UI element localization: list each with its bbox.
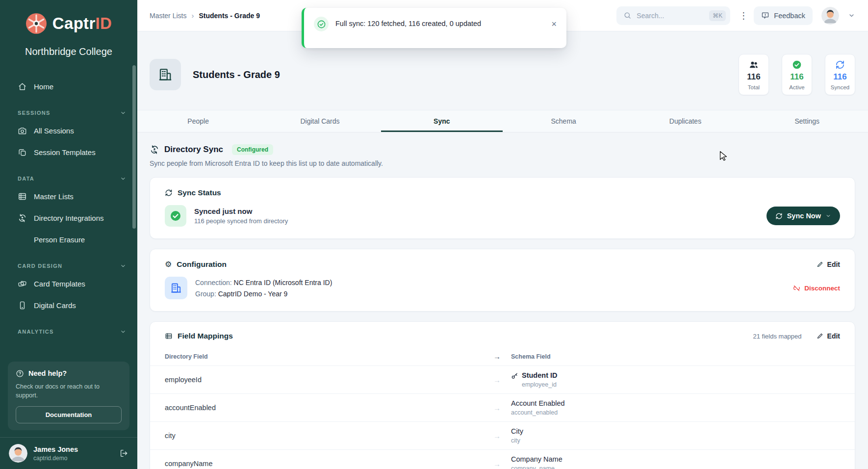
stat-card-total: 116 Total xyxy=(739,54,769,95)
more-menu-button[interactable]: ⋮ xyxy=(739,11,745,20)
sidebar-section-data[interactable]: DATA xyxy=(18,175,127,182)
documentation-button[interactable]: Documentation xyxy=(16,406,122,423)
disconnect-button[interactable]: Disconnect xyxy=(793,285,840,292)
chevron-down-icon xyxy=(120,328,127,335)
sync-status-row: Synced just now 116 people synced from d… xyxy=(150,197,855,238)
tab-bar: People Digital Cards Sync Schema Duplica… xyxy=(137,110,868,132)
arrow-right-icon: → xyxy=(493,460,511,468)
tab-schema[interactable]: Schema xyxy=(503,110,624,132)
directory-sync-header: Directory Sync Configured xyxy=(150,144,855,155)
sync-icon xyxy=(835,60,845,70)
sync-status-head: Sync Status xyxy=(150,178,855,197)
breadcrumb-current: Students - Grade 9 xyxy=(199,12,259,20)
sidebar-item-master-lists[interactable]: Master Lists xyxy=(12,186,130,207)
camera-icon xyxy=(18,126,27,135)
field-mappings-edit-button[interactable]: Edit xyxy=(817,332,840,340)
schema-field-key: employee_id xyxy=(522,381,558,388)
search-input[interactable]: Search... ⌘K xyxy=(616,6,730,25)
sidebar-scrollbar[interactable] xyxy=(132,65,136,229)
sidebar-nav: Home SESSIONS All Sessions Session Templ… xyxy=(0,57,137,359)
feedback-icon xyxy=(761,11,769,20)
tab-sync[interactable]: Sync xyxy=(381,110,503,132)
list-type-badge xyxy=(150,59,181,90)
directory-field: employeeId xyxy=(165,376,493,384)
avatar[interactable] xyxy=(821,7,839,25)
search-icon xyxy=(623,11,632,20)
stat-value: 116 xyxy=(747,72,760,82)
brand-logo[interactable]: CaptrID xyxy=(0,0,137,34)
sync-status-text: Synced just now xyxy=(194,207,288,215)
field-mappings-head: Field Mappings 21 fields mapped Edit xyxy=(150,322,855,347)
table-row: accountEnabled → Account Enabled account… xyxy=(150,393,855,421)
sidebar-item-person-erasure[interactable]: Person Erasure xyxy=(12,229,130,250)
check-circle-icon xyxy=(314,17,329,31)
sidebar-section-sessions[interactable]: SESSIONS xyxy=(18,109,127,116)
sidebar-item-all-sessions[interactable]: All Sessions xyxy=(12,120,130,141)
page-title: Students - Grade 9 xyxy=(193,69,280,80)
tab-people[interactable]: People xyxy=(137,110,259,132)
help-card: Need help? Check our docs or reach out t… xyxy=(8,362,129,430)
key-icon xyxy=(511,372,518,380)
directory-sync-icon xyxy=(150,145,159,155)
tab-duplicates[interactable]: Duplicates xyxy=(624,110,746,132)
chevron-down-icon xyxy=(120,175,127,182)
table-icon xyxy=(165,332,173,340)
building-icon xyxy=(170,282,182,294)
schema-field-key: company_name xyxy=(511,465,562,469)
search-shortcut-badge: ⌘K xyxy=(709,10,726,21)
search-placeholder: Search... xyxy=(637,12,664,20)
sidebar-item-digital-cards[interactable]: Digital Cards xyxy=(12,295,130,316)
tab-digital-cards[interactable]: Digital Cards xyxy=(259,110,381,132)
aperture-logo-icon xyxy=(26,13,47,34)
connection-badge xyxy=(165,277,187,299)
help-body: Check our docs or reach out to support. xyxy=(16,382,122,400)
sync-icon xyxy=(775,212,783,220)
sidebar-section-card-design[interactable]: CARD DESIGN xyxy=(18,262,127,269)
sidebar-item-home[interactable]: Home xyxy=(12,76,130,97)
org-name: Northbridge College xyxy=(0,46,137,57)
group-value: CaptrID Demo - Year 9 xyxy=(218,290,288,298)
mappings-table-header: Directory Field → Schema Field xyxy=(150,347,855,365)
sync-now-button[interactable]: Sync Now xyxy=(766,207,840,225)
table-row: companyName → Company Name company_name xyxy=(150,449,855,469)
user-row[interactable]: James Jones captrid.demo xyxy=(0,437,137,469)
sidebar-item-card-templates[interactable]: Card Templates xyxy=(12,273,130,294)
stat-value: 116 xyxy=(790,72,803,82)
topbar-actions: Search... ⌘K ⋮ Feedback xyxy=(616,6,855,25)
people-icon xyxy=(749,60,759,70)
pencil-icon xyxy=(817,333,823,339)
table-row: employeeId → Student ID employee_id xyxy=(150,365,855,393)
breadcrumb: Master Lists › Students - Grade 9 xyxy=(150,11,260,20)
directory-sync-icon xyxy=(18,213,27,223)
tab-settings[interactable]: Settings xyxy=(746,110,868,132)
breadcrumb-separator: › xyxy=(191,11,194,20)
table-row: city → City city xyxy=(150,421,855,449)
logout-icon[interactable] xyxy=(120,449,128,458)
mouse-cursor xyxy=(718,150,729,161)
connection-value: NC Entra ID (Microsoft Entra ID) xyxy=(234,279,332,287)
icon-spacer xyxy=(18,235,27,244)
user-name: James Jones xyxy=(33,445,78,453)
group-line: Group: CaptrID Demo - Year 9 xyxy=(195,290,332,298)
schema-field-name: City xyxy=(511,427,523,435)
check-circle-icon xyxy=(792,60,802,70)
breadcrumb-parent[interactable]: Master Lists xyxy=(150,12,186,20)
schema-field-name: Account Enabled xyxy=(511,399,565,407)
arrow-right-icon: → xyxy=(493,404,511,412)
arrow-right-icon: → xyxy=(493,376,511,384)
chevron-down-icon[interactable] xyxy=(848,12,855,19)
configuration-card: ⚙ Configuration Edit Connection: NC Entr… xyxy=(150,249,855,312)
sidebar: CaptrID Northbridge College Home SESSION… xyxy=(0,0,137,469)
sidebar-section-analytics[interactable]: ANALYTICS xyxy=(18,328,127,335)
directory-field: companyName xyxy=(165,460,493,468)
sidebar-item-directory-integrations[interactable]: Directory Integrations xyxy=(12,208,130,229)
feedback-button[interactable]: Feedback xyxy=(754,6,813,25)
sidebar-item-session-templates[interactable]: Session Templates xyxy=(12,142,130,163)
configuration-edit-button[interactable]: Edit xyxy=(817,261,840,268)
close-icon[interactable]: × xyxy=(551,20,557,28)
copy-icon xyxy=(18,148,27,157)
avatar xyxy=(9,444,27,463)
user-org: captrid.demo xyxy=(33,455,78,462)
column-directory-field: Directory Field xyxy=(165,353,493,360)
column-schema-field: Schema Field xyxy=(511,353,840,360)
